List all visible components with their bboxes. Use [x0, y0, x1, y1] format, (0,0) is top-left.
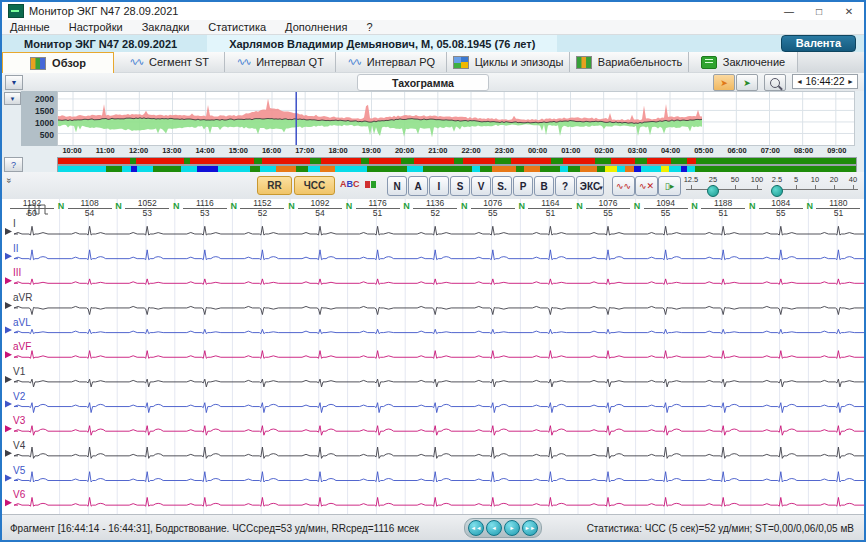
speed-slider-knob[interactable]	[707, 185, 719, 197]
tab-conclusion[interactable]: Заключение	[689, 52, 798, 72]
tab-qt-interval[interactable]: Интервал QT	[225, 52, 336, 72]
lead-waveform[interactable]	[14, 426, 864, 436]
patient-box: Харлямов Владимир Демьянович, М, 05.08.1…	[207, 35, 557, 52]
tachogram-collapse-button[interactable]: ▼	[5, 75, 23, 90]
qrs-marks-button[interactable]: ∿∿	[612, 176, 635, 196]
ecg-waveforms[interactable]: IIIIIIaVRaVLaVFV1V2V3V4V5V6	[2, 199, 864, 514]
valenta-brand-button[interactable]: Валента	[781, 35, 856, 52]
beat-i-button[interactable]: I	[429, 176, 449, 196]
strips-help-button[interactable]: ?	[4, 157, 23, 172]
monitor-label: Монитор ЭКГ N47 28.09.2021	[24, 38, 177, 50]
hour-label: 06:00	[722, 146, 752, 155]
beat-class-label: N	[173, 201, 180, 211]
hour-label: 05:00	[689, 146, 719, 155]
beat-s-dot-button[interactable]: S.	[492, 176, 512, 196]
lead-waveform[interactable]	[14, 250, 864, 260]
time-prev-icon[interactable]: ◄	[796, 78, 803, 85]
hr-toggle-button[interactable]: ЧСС	[294, 176, 335, 195]
speed-slider-tick-label: 100	[751, 175, 764, 184]
paced-dropdown-icon[interactable]: ▼	[596, 183, 606, 193]
minimize-button[interactable]: —	[774, 2, 804, 20]
lead-marker-icon	[5, 376, 12, 383]
cursor-tool-orange-button[interactable]: ➤	[713, 74, 735, 91]
rewind-button[interactable]: ◄◄	[468, 520, 484, 536]
zoom-tool-button[interactable]	[764, 74, 786, 91]
lead-marker-icon	[5, 450, 12, 457]
amplitude-slider[interactable]: 2.55102040	[772, 175, 858, 196]
lead-waveform[interactable]	[14, 472, 864, 482]
beat-p-button[interactable]: P	[513, 176, 533, 196]
tab-cycles-episodes[interactable]: Циклы и эпизоды	[447, 52, 570, 72]
lead-waveform[interactable]	[14, 351, 864, 359]
tachogram-chart[interactable]	[58, 92, 854, 145]
abc-annotation-toggle[interactable]: ABC	[340, 179, 360, 189]
hour-label: 19:00	[356, 146, 386, 155]
lead-waveform[interactable]	[14, 279, 864, 284]
time-next-icon[interactable]: ►	[847, 78, 854, 85]
beat-normal-button[interactable]: N	[387, 176, 407, 196]
ecg-collapse-button[interactable]: »	[4, 178, 14, 182]
tab-pq-interval[interactable]: Интервал PQ	[336, 52, 447, 72]
lead-waveform[interactable]	[14, 497, 864, 506]
beat-class-label: N	[749, 201, 756, 211]
beat-atrial-button[interactable]: A	[408, 176, 428, 196]
beat-ventricular-button[interactable]: V	[471, 176, 491, 196]
fast-forward-button[interactable]: ►►	[522, 520, 538, 536]
tab-overview[interactable]: Обзор	[2, 52, 114, 73]
lead-label: III	[13, 267, 21, 278]
lead-label: V6	[13, 489, 26, 500]
speed-slider[interactable]: 12.52550100	[686, 175, 762, 196]
menu-bookmarks[interactable]: Закладки	[142, 21, 190, 33]
strip1-segment	[254, 158, 262, 164]
beat-rr-hr: 110854	[68, 199, 112, 218]
close-button[interactable]: ✕	[834, 2, 864, 20]
strip1-segment	[551, 158, 563, 164]
menu-help[interactable]: ?	[366, 21, 372, 33]
beat-class-label: N	[403, 201, 410, 211]
strip1-segment	[595, 158, 611, 164]
maximize-button[interactable]: □	[804, 2, 834, 20]
strip1-segment	[463, 158, 495, 164]
menu-settings[interactable]: Настройки	[69, 21, 123, 33]
strip1-segment	[563, 158, 595, 164]
beat-unknown-button[interactable]: ?	[555, 176, 575, 196]
ecg-strips-panel[interactable]: IIIIIIaVRaVLaVFV1V2V3V4V5V6 119250N11085…	[2, 199, 864, 514]
sub-toolbar: ▼ Тахограмма ➤ ➤ ◄ 16:44:22 ►	[2, 73, 864, 92]
menu-data[interactable]: Данные	[10, 21, 50, 33]
strip1-segment	[647, 158, 671, 164]
markers-icon[interactable]	[365, 181, 376, 188]
play-button[interactable]: ►	[504, 520, 520, 536]
beat-rr-hr: 118051	[816, 199, 860, 218]
title-bar: Монитор ЭКГ N47 28.09.2021 —□✕	[2, 2, 864, 20]
amp-slider-knob[interactable]	[771, 185, 783, 197]
lead-waveform[interactable]	[14, 226, 864, 235]
app-window: Монитор ЭКГ N47 28.09.2021 —□✕ ДанныеНас…	[0, 0, 866, 542]
beat-supraventricular-button[interactable]: S	[450, 176, 470, 196]
beat-b-button[interactable]: B	[534, 176, 554, 196]
export-button[interactable]: ▯▸	[658, 176, 681, 196]
lead-waveform[interactable]	[14, 329, 864, 333]
lead-waveform[interactable]	[14, 403, 864, 413]
hour-label: 07:00	[755, 146, 785, 155]
rr-toggle-button[interactable]: RR	[257, 176, 292, 195]
strip1-segment	[454, 158, 464, 164]
qrs-delete-button[interactable]: ∿✕	[635, 176, 658, 196]
cursor-tool-green-button[interactable]: ➤	[736, 74, 758, 91]
hour-label: 02:00	[589, 146, 619, 155]
lead-waveform[interactable]	[14, 306, 864, 314]
menu-statistics[interactable]: Статистика	[208, 21, 266, 33]
tachogram-plot[interactable]	[57, 91, 855, 146]
activity-strip[interactable]	[57, 157, 857, 165]
tachogram-dropdown-button[interactable]: ▼	[4, 92, 21, 105]
hour-label: 12:00	[124, 146, 154, 155]
lead-waveform[interactable]	[14, 379, 864, 387]
tab-st-segment[interactable]: Сегмент ST	[114, 52, 225, 72]
step-back-button[interactable]: ◄	[486, 520, 502, 536]
y-tick-label: 2000	[35, 94, 54, 104]
beat-rr-hr: 119250	[10, 199, 54, 218]
tab-variability[interactable]: Вариабельность	[570, 52, 689, 72]
tab-pq-interval-icon	[347, 57, 361, 68]
menu-addons[interactable]: Дополнения	[285, 21, 347, 33]
lead-marker-icon	[5, 302, 12, 309]
lead-waveform[interactable]	[14, 447, 864, 458]
